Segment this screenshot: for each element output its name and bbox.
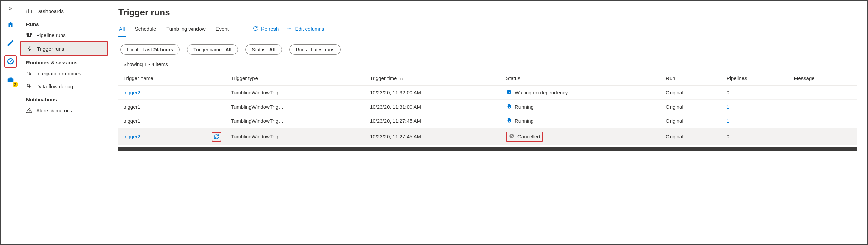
cell-message [789,128,857,145]
tab-schedule[interactable]: Schedule [134,24,157,37]
cell-message [789,86,857,100]
rail-home[interactable] [4,19,17,31]
sidebar-item-label: Dashboards [36,8,64,14]
rerun-button[interactable] [212,132,221,142]
sidebar-data-flow-debug[interactable]: Data flow debug [20,80,108,93]
cell-status: Running [501,114,661,128]
sidebar-pipeline-runs[interactable]: Pipeline runs [20,29,108,41]
status-icon [506,89,512,96]
bottom-scrollbar[interactable] [118,147,857,151]
col-status[interactable]: Status [501,71,661,86]
cell-trigger-type: TumblingWindowTrig… [226,86,365,100]
sidebar-group-runtimes: Runtimes & sessions [20,56,108,67]
showing-count: Showing 1 - 4 items [118,61,857,67]
cell-message [789,114,857,128]
sidebar-trigger-runs[interactable]: Trigger runs [20,41,108,56]
refresh-icon [253,26,258,31]
svg-point-5 [27,84,30,87]
rail-manage[interactable]: 2 [4,74,17,86]
svg-rect-4 [9,78,12,79]
table-row[interactable]: trigger1TumblingWindowTrig…10/23/20, 11:… [118,114,857,128]
alert-icon [26,107,32,113]
sidebar-item-label: Trigger runs [37,46,64,52]
cell-trigger-type: TumblingWindowTrig… [226,128,365,145]
gauge-icon [7,58,14,65]
cell-pipelines[interactable]: 1 [727,104,729,110]
tab-all[interactable]: All [118,24,126,37]
sidebar-group-notifications: Notifications [20,93,108,104]
trigger-icon [27,45,33,52]
cell-pipelines: 0 [727,90,729,95]
col-trigger-time[interactable]: Trigger time ↑↓ [365,71,501,86]
col-trigger-type[interactable]: Trigger type [226,71,365,86]
sidebar-item-label: Alerts & metrics [36,108,72,113]
tab-event[interactable]: Event [215,24,229,37]
dashboard-icon [26,8,32,14]
rail-author[interactable] [4,37,17,49]
filter-runs[interactable]: Runs : Latest runs [289,44,341,55]
filter-pills: Local : Last 24 hours Trigger name : All… [118,44,857,55]
sidebar-item-label: Integration runtimes [36,71,81,76]
refresh-button[interactable]: Refresh [253,26,279,35]
cell-trigger-name[interactable]: trigger2 [123,90,140,95]
cell-message [789,100,857,114]
table-row[interactable]: trigger2TumblingWindowTrig…10/23/20, 11:… [118,128,857,145]
table-row[interactable]: trigger1TumblingWindowTrig…10/23/20, 11:… [118,100,857,114]
rail-badge: 2 [13,82,18,87]
sidebar-item-label: Data flow debug [36,83,73,89]
sidebar-group-runs: Runs [20,17,108,29]
pencil-icon [7,39,14,47]
cell-pipelines: 0 [727,134,729,139]
cell-status: Cancelled [501,128,661,145]
tabs-row: All Schedule Tumbling window Event Refre… [118,24,857,37]
col-trigger-name[interactable]: Trigger name [118,71,207,86]
cell-trigger-name[interactable]: trigger2 [123,134,140,139]
edit-columns-label: Edit columns [295,26,324,32]
cell-status: Running [501,100,661,114]
cell-status: Waiting on dependency [501,86,661,100]
pipeline-icon [26,32,32,38]
expand-collapse-icon[interactable]: » [6,4,15,13]
refresh-label: Refresh [261,26,279,32]
col-pipelines[interactable]: Pipelines [722,71,789,86]
columns-icon [287,26,292,31]
sidebar: Dashboards Runs Pipeline runs Trigger ru… [20,1,108,244]
cell-pipelines[interactable]: 1 [727,118,729,124]
home-icon [7,21,14,29]
cell-run: Original [661,114,722,128]
col-message[interactable]: Message [789,71,857,86]
main-content: Trigger runs All Schedule Tumbling windo… [108,1,867,244]
sidebar-dashboards[interactable]: Dashboards [20,4,108,17]
filter-local[interactable]: Local : Last 24 hours [120,44,180,55]
filter-trigger-name[interactable]: Trigger name : All [187,44,238,55]
svg-point-2 [10,61,11,62]
icon-rail: » 2 [1,1,20,244]
cell-trigger-time: 10/23/20, 11:27:45 AM [365,128,501,145]
results-table: Trigger name Trigger type Trigger time ↑… [118,71,857,145]
col-run[interactable]: Run [661,71,722,86]
sidebar-integration-runtimes[interactable]: Integration runtimes [20,67,108,80]
cell-trigger-type: TumblingWindowTrig… [226,114,365,128]
svg-rect-3 [7,78,13,82]
sidebar-alerts-metrics[interactable]: Alerts & metrics [20,104,108,117]
sidebar-item-label: Pipeline runs [36,32,66,38]
status-icon [506,117,512,125]
cell-trigger-time: 10/23/20, 11:32:00 AM [365,86,501,100]
sort-icon: ↑↓ [400,76,404,81]
rail-monitor[interactable] [4,55,17,68]
cell-trigger-name: trigger1 [123,104,140,110]
cell-run: Original [661,86,722,100]
edit-columns-button[interactable]: Edit columns [287,26,324,35]
debug-icon [26,83,32,89]
table-row[interactable]: trigger2TumblingWindowTrig…10/23/20, 11:… [118,86,857,100]
cell-trigger-time: 10/23/20, 11:27:45 AM [365,114,501,128]
status-icon [509,133,515,140]
cell-trigger-type: TumblingWindowTrig… [226,100,365,114]
cell-run: Original [661,100,722,114]
status-icon [506,103,512,110]
divider [241,26,241,35]
integration-icon [26,70,32,76]
tab-tumbling-window[interactable]: Tumbling window [166,24,206,37]
filter-status[interactable]: Status : All [245,44,282,55]
cell-trigger-name: trigger1 [123,118,140,124]
